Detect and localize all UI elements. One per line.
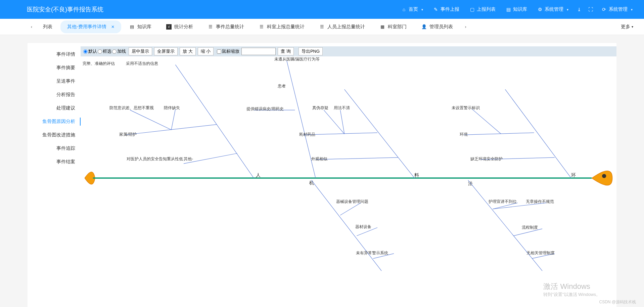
nav-sysmgr[interactable]: ⚙ 系统管理 ▾ [533,4,573,14]
book-icon: ▤ [129,24,135,30]
fullscreen-button[interactable]: ⛶ [585,5,596,14]
more-label: 更多 [621,24,630,30]
gear-icon: ⚙ [537,7,543,12]
tab-list[interactable]: 列表 [36,20,59,33]
nav-knowledgebase[interactable]: ▤ 知识库 [501,4,532,14]
tab-label: 人员上报总量统计 [327,24,365,30]
nav-label: 上报列表 [477,6,496,12]
list-icon: ☰ [259,24,264,30]
chevron-down-icon: ▾ [567,8,568,11]
tab-label: 其他-费用事件详情 [67,24,106,30]
refresh-icon: ⟳ [601,7,607,12]
chevron-down-icon: ▾ [631,8,633,11]
tabs-more-button[interactable]: 更多 ▾ [621,24,633,30]
stat-icon: ıl [166,24,172,30]
nav-label: 知识库 [513,6,527,12]
tab-stats[interactable]: ıl 统计分析 [159,20,200,33]
nav-sysmgr-right[interactable]: ⟳ 系统管理 ▾ [597,4,637,14]
download-button[interactable]: ⤓ [574,5,585,14]
tab-label: 科室部门 [388,24,407,30]
tab-knowledgebase[interactable]: ▤ 知识库 [123,20,158,33]
list-icon: ☰ [319,24,325,30]
top-header: 医院安全(不良)事件报告系统 ⌂ 首页 ▾ ✎ 事件上报 ▢ 上报列表 ▤ 知识… [0,0,644,19]
tab-total-stats[interactable]: ☰ 事件总量统计 [201,20,251,33]
chevron-down-icon: ▾ [421,8,423,11]
org-icon: ▦ [380,24,385,30]
nav-label: 系统管理 [609,6,628,12]
tab-label: 科室上报总量统计 [267,24,305,30]
nav-label: 事件上报 [441,6,459,12]
monitor-icon: ▢ [469,7,475,12]
list-icon: ☰ [208,24,213,30]
user-icon: 👤 [421,24,427,30]
nav-label: 首页 [409,6,418,12]
tab-event-detail[interactable]: 其他-费用事件详情 ✕ [60,20,121,33]
tab-label: 知识库 [137,24,151,30]
nav-upload-list[interactable]: ▢ 上报列表 [465,4,500,14]
top-nav: ⌂ 首页 ▾ ✎ 事件上报 ▢ 上报列表 ▤ 知识库 ⚙ 系统管理 ▾ ⤓ ⛶ … [397,4,637,14]
fullscreen-icon: ⛶ [588,7,593,12]
tab-label: 统计分析 [174,24,193,30]
tab-label: 管理员列表 [429,24,453,30]
tab-close-icon[interactable]: ✕ [111,25,114,29]
download-icon: ⤓ [577,7,582,12]
tab-label: 事件总量统计 [216,24,244,30]
tab-strip: ‹ 列表 其他-费用事件详情 ✕ ▤ 知识库 ıl 统计分析 ☰ 事件总量统计 … [0,19,644,35]
clipboard-icon: ✎ [433,7,439,12]
tabs-next-button[interactable]: › [462,24,469,30]
chevron-down-icon: ▾ [632,25,633,29]
nav-label: 系统管理 [545,6,563,12]
home-icon: ⌂ [401,7,407,12]
tabs-prev-button[interactable]: ‹ [28,24,35,30]
tab-label: 列表 [43,24,52,30]
app-title: 医院安全(不良)事件报告系统 [27,5,103,13]
tab-admins[interactable]: 👤 管理员列表 [415,20,460,33]
tab-staff-stats[interactable]: ☰ 人员上报总量统计 [313,20,372,33]
tab-dept[interactable]: ▦ 科室部门 [373,20,413,33]
tab-dept-stats[interactable]: ☰ 科室上报总量统计 [252,20,311,33]
book-icon: ▤ [506,7,511,12]
nav-report[interactable]: ✎ 事件上报 [428,4,464,14]
nav-home[interactable]: ⌂ 首页 ▾ [397,4,428,14]
